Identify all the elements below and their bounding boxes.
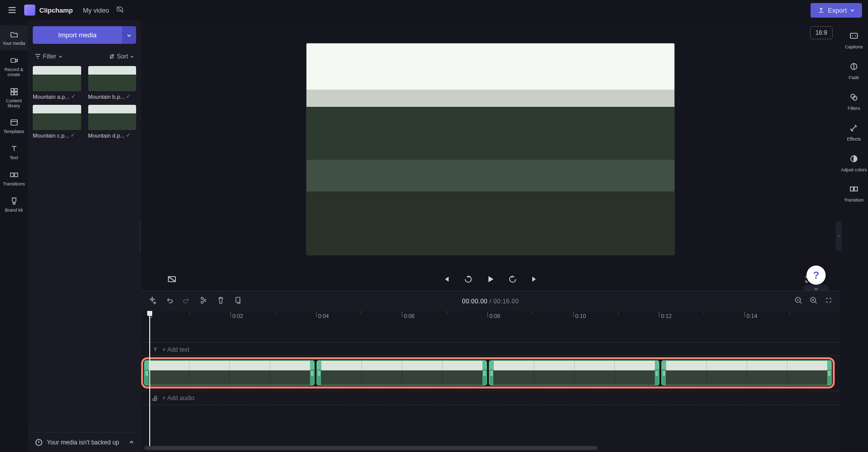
timeline-clip[interactable]: || || (144, 360, 315, 385)
ruler-tick: 0:14 (747, 313, 757, 319)
timeline-ruler[interactable]: 0 0:02 0:04 0:06 0:08 0:10 0:12 0:14 (144, 311, 840, 324)
playback-controls (141, 268, 840, 291)
media-item[interactable]: Mountain a.p...✓ (33, 66, 81, 100)
media-item[interactable]: Mountain d.p...✓ (88, 105, 137, 139)
video-preview[interactable] (306, 43, 674, 255)
effects-icon (849, 123, 858, 135)
zoom-out-button[interactable] (794, 296, 802, 306)
nav-brand-kit[interactable]: Brand kit (0, 192, 28, 217)
split-button[interactable] (200, 296, 208, 306)
add-audio-track[interactable]: + Add audio (152, 395, 195, 402)
seek-back-button[interactable] (463, 274, 474, 285)
ruler-tick: 0:04 (318, 313, 329, 319)
clip-trim-handle-left[interactable]: || (662, 361, 666, 385)
timeline-toolbar: 00:00.00 / 00:16.00 (141, 291, 840, 311)
add-text-track[interactable]: + Add text (152, 346, 190, 353)
backup-notice[interactable]: Your media isn't backed up (28, 432, 141, 452)
preview-area: 16:9 ? (141, 20, 840, 291)
clip-trim-handle-left[interactable]: || (317, 361, 321, 385)
check-icon: ✓ (126, 93, 131, 100)
nav-your-media[interactable]: Your media (0, 25, 28, 50)
prop-fade[interactable]: Fade (840, 56, 868, 87)
svg-rect-0 (11, 58, 15, 62)
filters-icon (849, 93, 858, 104)
import-media-dropdown[interactable] (122, 26, 136, 44)
check-icon: ✓ (71, 132, 75, 139)
svg-rect-15 (850, 33, 857, 38)
svg-rect-12 (236, 297, 240, 302)
hide-overlay-icon[interactable] (166, 274, 177, 285)
adjust-colors-icon (849, 154, 858, 165)
skip-forward-button[interactable] (529, 274, 540, 285)
filter-button[interactable]: Filter (35, 53, 63, 60)
clipchamp-logo-icon (24, 5, 35, 16)
nav-templates[interactable]: Templates (0, 113, 28, 139)
prop-adjust-colors[interactable]: Adjust colors (840, 148, 868, 179)
cloud-sync-off-icon[interactable] (115, 5, 125, 16)
timeline-clip[interactable]: || || (661, 360, 832, 385)
prop-transition[interactable]: Transition (840, 178, 868, 209)
delete-button[interactable] (217, 296, 225, 306)
media-item[interactable]: Mountain b.p...✓ (88, 66, 137, 100)
clip-trim-handle-left[interactable]: || (489, 361, 493, 385)
top-bar: Clipchamp My video Export (0, 0, 868, 20)
media-panel: Import media Filter Sort Mountain a.p...… (28, 20, 141, 452)
left-nav-rail: Your media Record & create Content libra… (0, 20, 28, 452)
timeline[interactable]: 0 0:02 0:04 0:06 0:08 0:10 0:12 0:14 (141, 311, 840, 452)
prop-filters[interactable]: Filters (840, 87, 868, 117)
play-button[interactable] (485, 274, 496, 285)
svg-rect-7 (14, 173, 17, 177)
thumbnail-image (88, 105, 137, 130)
aspect-ratio-button[interactable]: 16:9 (810, 26, 833, 39)
redo-button[interactable] (182, 296, 191, 306)
zoom-fit-button[interactable] (825, 296, 833, 306)
clip-trim-handle-left[interactable]: || (145, 361, 149, 385)
skip-back-button[interactable] (441, 274, 452, 285)
thumbnail-image (33, 105, 81, 130)
media-item[interactable]: Mountain c.p...✓ (33, 105, 81, 139)
transitions-icon (9, 170, 19, 180)
check-icon: ✓ (71, 93, 76, 100)
help-button[interactable]: ? (807, 266, 826, 285)
thumbnail-image (88, 66, 137, 91)
nav-text[interactable]: Text (0, 140, 28, 165)
svg-rect-1 (11, 88, 13, 91)
clip-trim-handle-right[interactable]: || (655, 361, 659, 385)
project-title[interactable]: My video (83, 7, 109, 14)
export-button[interactable]: Export (811, 3, 862, 18)
playhead-marker[interactable] (147, 311, 152, 316)
svg-rect-5 (11, 120, 17, 125)
svg-rect-6 (10, 173, 13, 177)
collapse-right-panel[interactable]: ‹ (836, 221, 842, 251)
svg-rect-3 (11, 92, 13, 95)
import-media-button[interactable]: Import media (33, 26, 122, 44)
captions-icon (849, 31, 858, 42)
prop-captions[interactable]: Captions (840, 25, 868, 56)
auto-compose-icon[interactable] (148, 296, 156, 306)
seek-forward-button[interactable] (507, 274, 518, 285)
copy-button[interactable] (234, 296, 242, 306)
text-icon (9, 144, 19, 154)
undo-button[interactable] (165, 296, 173, 306)
svg-point-10 (201, 301, 203, 303)
svg-rect-2 (14, 88, 17, 91)
center-stage: 16:9 ? 00:00.0 (141, 20, 840, 452)
clip-trim-handle-right[interactable]: || (310, 361, 314, 385)
nav-record-create[interactable]: Record & create (0, 51, 28, 82)
timeline-scrollbar[interactable] (144, 446, 598, 450)
folder-icon (9, 29, 19, 39)
clip-trim-handle-right[interactable]: || (827, 361, 831, 385)
zoom-in-button[interactable] (810, 296, 818, 306)
nav-content-library[interactable]: Content library (0, 83, 28, 113)
timeline-clip[interactable]: || || (489, 360, 659, 385)
clip-trim-handle-right[interactable]: || (482, 361, 486, 385)
video-track-highlighted[interactable]: || || || || || || || || (141, 357, 835, 389)
preview-container (141, 20, 840, 268)
main-area: Your media Record & create Content libra… (0, 20, 868, 452)
menu-button[interactable] (6, 4, 18, 16)
prop-effects[interactable]: Effects (840, 117, 868, 148)
sort-button[interactable]: Sort (109, 53, 134, 60)
transition-icon (849, 184, 858, 196)
timeline-clip[interactable]: || || (317, 360, 487, 385)
nav-transitions[interactable]: Transitions (0, 166, 28, 191)
